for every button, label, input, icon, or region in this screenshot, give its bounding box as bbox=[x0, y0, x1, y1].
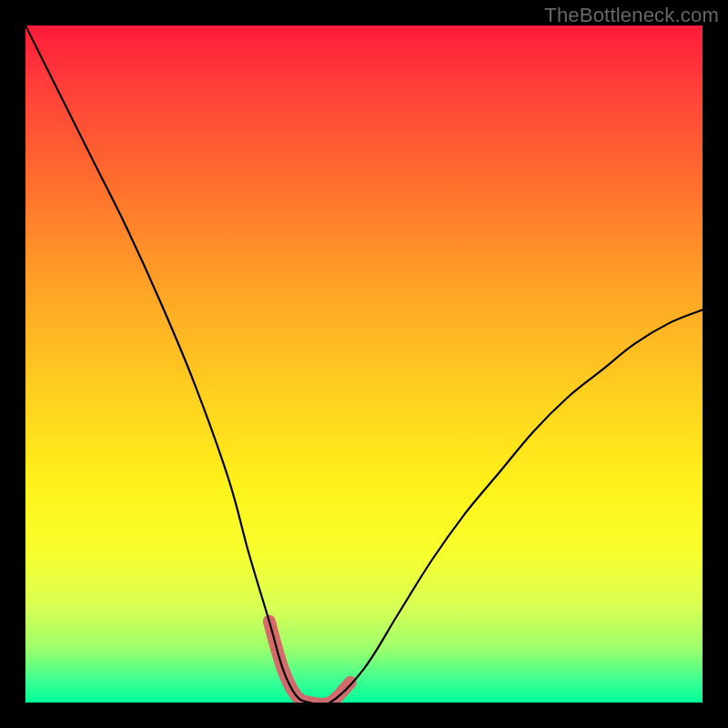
chart-frame: TheBottleneck.com bbox=[0, 0, 728, 728]
watermark-text: TheBottleneck.com bbox=[544, 4, 719, 27]
plot-area bbox=[25, 25, 703, 703]
curve-layer bbox=[25, 25, 703, 703]
bottleneck-curve-line bbox=[25, 25, 703, 703]
